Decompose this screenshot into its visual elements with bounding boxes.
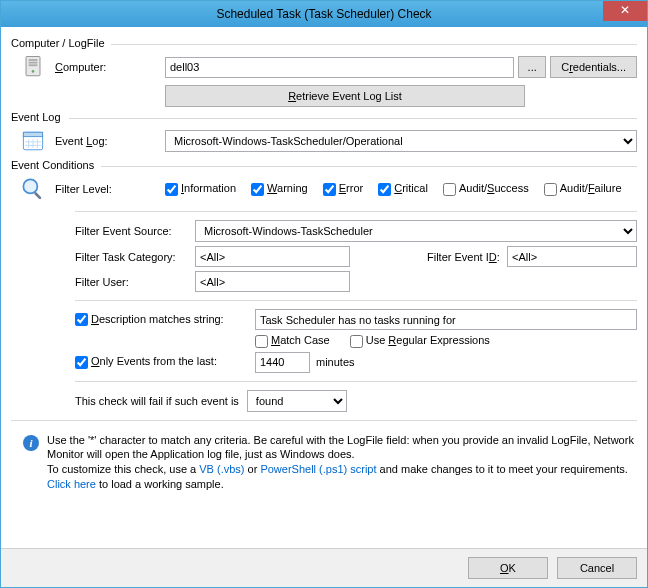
fail-prefix: This check will fail if such event is [75,395,239,407]
credentials-button[interactable]: Credentials... [550,56,637,78]
user-input[interactable] [195,271,350,292]
taskcat-input[interactable] [195,246,350,267]
description-input[interactable] [255,309,637,330]
group-event-conditions: Event Conditions [11,159,637,171]
taskcat-label: Filter Task Category: [75,251,195,263]
chk-auditfailure[interactable]: Audit/Failure [544,182,622,194]
group-computer-logfile: Computer / LogFile [11,37,637,49]
svg-rect-3 [29,64,38,66]
title-bar: Scheduled Task (Task Scheduler) Check ✕ [1,1,647,27]
link-clickhere[interactable]: Click here [47,478,96,490]
source-select[interactable]: Microsoft-Windows-TaskScheduler [195,220,637,242]
svg-point-4 [32,70,35,73]
link-ps[interactable]: PowerShell (.ps1) script [260,463,376,475]
chk-matchcase[interactable]: Match Case [255,334,330,348]
svg-rect-13 [34,192,42,200]
computer-icon [19,53,47,81]
user-label: Filter User: [75,276,195,288]
eventid-label: Filter Event ID: [427,251,507,263]
fail-select[interactable]: found [247,390,347,412]
chk-error[interactable]: Error [323,182,363,194]
ok-button[interactable]: OK [468,557,548,579]
info-panel: i Use the '*' character to match any cri… [13,429,635,496]
link-vb[interactable]: VB (.vbs) [199,463,244,475]
chk-regex[interactable]: Use Regular Expressions [350,334,490,348]
minutes-unit: minutes [316,356,355,368]
chk-onlylast[interactable]: Only Events from the last: [75,355,255,369]
chk-warning[interactable]: Warning [251,182,308,194]
computer-input[interactable] [165,57,514,78]
info-icon: i [23,435,39,451]
window-title: Scheduled Task (Task Scheduler) Check [216,7,431,21]
close-button[interactable]: ✕ [603,1,647,21]
cancel-button[interactable]: Cancel [557,557,637,579]
calendar-icon [19,127,47,155]
retrieve-button[interactable]: Retrieve Event Log List [165,85,525,107]
eventlog-label: Event Log: [55,135,108,147]
svg-rect-6 [23,132,42,136]
chk-critical[interactable]: Critical [378,182,428,194]
eventid-input[interactable] [507,246,637,267]
svg-rect-2 [29,62,38,64]
chk-auditsuccess[interactable]: Audit/Success [443,182,529,194]
magnifier-icon [19,175,47,203]
computer-label: Computer: [55,61,106,73]
chk-description[interactable]: Description matches string: [75,313,255,327]
svg-rect-1 [29,59,38,61]
svg-point-12 [23,179,37,193]
minutes-input[interactable] [255,352,310,373]
browse-button[interactable]: ... [518,56,546,78]
eventlog-select[interactable]: Microsoft-Windows-TaskScheduler/Operatio… [165,130,637,152]
chk-information[interactable]: Information [165,182,236,194]
filterlevel-label: Filter Level: [55,183,165,195]
group-event-log: Event Log [11,111,637,123]
footer: OK Cancel [1,548,647,587]
source-label: Filter Event Source: [75,225,195,237]
